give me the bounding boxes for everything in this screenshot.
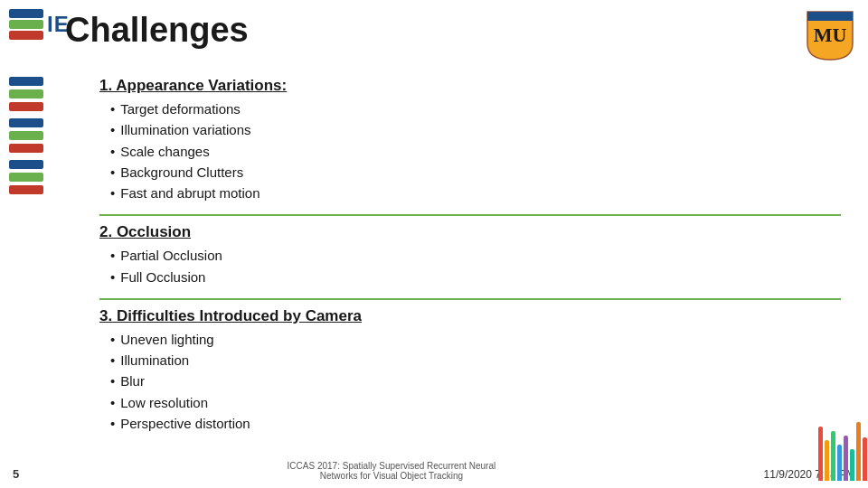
citation-line1: ICCAS 2017: Spatially Supervised Recurre… [37,461,745,471]
pencil-stick [863,437,867,481]
section-appearance: 1. Appearance Variations: Target deforma… [99,77,841,203]
sidebar-bar-green [9,89,43,99]
occlusion-bullet-list: Partial Occlusion Full Occlusion [99,245,841,287]
citation-line2: Networks for Visual Object Tracking [37,471,745,481]
slide: IE Challenges MU 1. Appearance Variation… [0,0,868,488]
pencil-decoration [818,413,868,481]
bullet-blur: Blur [110,371,841,391]
pencil-stick [831,431,835,481]
svg-rect-1 [807,12,853,21]
camera-bullet-list: Uneven lighting Illumination Blur Low re… [99,329,841,434]
mu-shield-svg: MU [803,7,857,61]
section-occlusion-title: 2. Occlusion [99,223,841,241]
bullet-scale-changes: Scale changes [110,141,841,162]
svg-text:MU: MU [814,23,847,46]
section-occlusion: 2. Occlusion Partial Occlusion Full Occl… [99,223,841,287]
pencil-stick [818,427,823,481]
bullet-background-clutters: Background Clutters [110,162,841,183]
bullet-fast-motion: Fast and abrupt motion [110,183,841,203]
sidebar-bar-blue2 [9,118,43,127]
pencil-stick [856,422,861,481]
pencil-stick [844,436,848,481]
bullet-low-resolution: Low resolution [110,392,841,413]
pencil-stick [850,449,854,481]
bullet-perspective-distortion: Perspective distortion [110,413,841,434]
main-content: 1. Appearance Variations: Target deforma… [99,77,841,452]
sidebar-bar-blue [9,77,43,86]
divider-1 [99,214,841,216]
bullet-target-deformations: Target deformations [110,99,841,119]
sidebar-bar-red [9,102,43,111]
bullet-illumination-variations: Illumination variations [110,119,841,140]
section-camera: 3. Difficulties Introduced by Camera Une… [99,307,841,434]
logo-bar-blue [9,9,43,18]
appearance-bullet-list: Target deformations Illumination variati… [99,99,841,203]
slide-title: Challenges [65,11,249,50]
logo-bar-red [9,31,43,40]
slide-number: 5 [13,467,19,481]
sidebar-bar-green3 [9,173,43,182]
left-sidebar-bars [9,77,43,447]
sidebar-bar-red2 [9,144,43,153]
sidebar-bar-blue3 [9,160,43,169]
bullet-illumination: Illumination [110,350,841,371]
pencil-stick [825,440,829,481]
bullet-partial-occlusion: Partial Occlusion [110,245,841,266]
footer-citation: ICCAS 2017: Spatially Supervised Recurre… [19,461,763,481]
bullet-full-occlusion: Full Occlusion [110,267,841,287]
section-appearance-title: 1. Appearance Variations: [99,77,841,95]
logo-left: IE [9,9,70,40]
divider-2 [99,298,841,300]
sidebar-bar-green2 [9,131,43,140]
logo-right: MU [803,7,857,61]
section-camera-title: 3. Difficulties Introduced by Camera [99,307,841,325]
sidebar-bar-red3 [9,185,43,194]
footer: 5 ICCAS 2017: Spatially Supervised Recur… [0,461,868,481]
logo-bar-green [9,20,43,29]
pencil-stick [837,445,842,481]
bullet-uneven-lighting: Uneven lighting [110,329,841,350]
